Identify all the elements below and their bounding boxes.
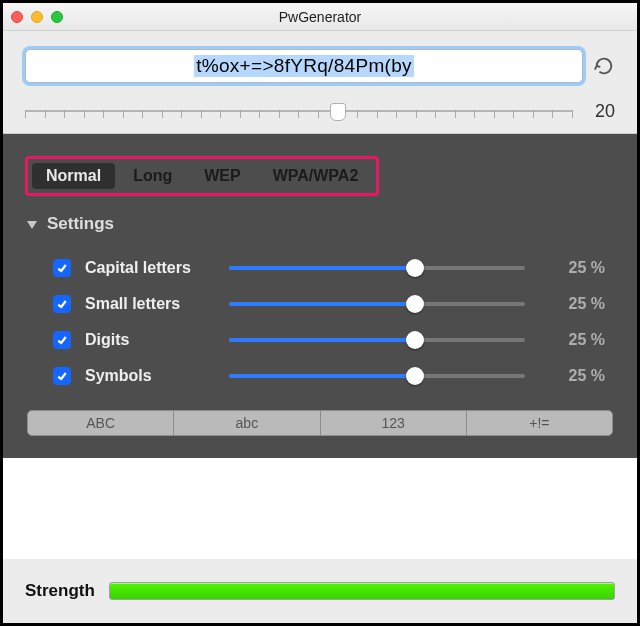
tab-long[interactable]: Long — [119, 163, 186, 189]
option-label: Digits — [85, 331, 215, 349]
settings-heading: Settings — [47, 214, 114, 234]
regenerate-button[interactable] — [593, 55, 615, 77]
option-percent: 25 % — [539, 367, 605, 385]
option-label: Capital letters — [85, 259, 215, 277]
option-label: Symbols — [85, 367, 215, 385]
option-slider-2[interactable] — [229, 330, 525, 350]
password-value: t%ox+=>8fYRq/84Pm(by — [194, 55, 414, 77]
checkbox-3[interactable] — [53, 367, 71, 385]
mode-tabs: NormalLongWEPWPA/WPA2 — [25, 156, 379, 196]
checkbox-2[interactable] — [53, 331, 71, 349]
checkbox-0[interactable] — [53, 259, 71, 277]
option-slider-1[interactable] — [229, 294, 525, 314]
strength-label: Strength — [25, 581, 95, 601]
segment-2[interactable]: 123 — [321, 411, 467, 435]
disclosure-triangle-icon[interactable] — [27, 221, 37, 229]
tab-wpa-wpa2[interactable]: WPA/WPA2 — [259, 163, 373, 189]
length-value: 20 — [587, 101, 615, 122]
charset-segment: ABCabc123+!= — [27, 410, 613, 436]
option-label: Small letters — [85, 295, 215, 313]
option-percent: 25 % — [539, 331, 605, 349]
option-percent: 25 % — [539, 295, 605, 313]
segment-3[interactable]: +!= — [467, 411, 612, 435]
segment-1[interactable]: abc — [174, 411, 320, 435]
option-slider-3[interactable] — [229, 366, 525, 386]
segment-0[interactable]: ABC — [28, 411, 174, 435]
option-percent: 25 % — [539, 259, 605, 277]
window-title: PwGenerator — [3, 9, 637, 25]
length-slider[interactable] — [25, 99, 573, 123]
tab-normal[interactable]: Normal — [32, 163, 115, 189]
tab-wep[interactable]: WEP — [190, 163, 254, 189]
option-slider-0[interactable] — [229, 258, 525, 278]
password-output[interactable]: t%ox+=>8fYRq/84Pm(by — [25, 49, 583, 83]
checkbox-1[interactable] — [53, 295, 71, 313]
strength-meter — [109, 582, 615, 600]
